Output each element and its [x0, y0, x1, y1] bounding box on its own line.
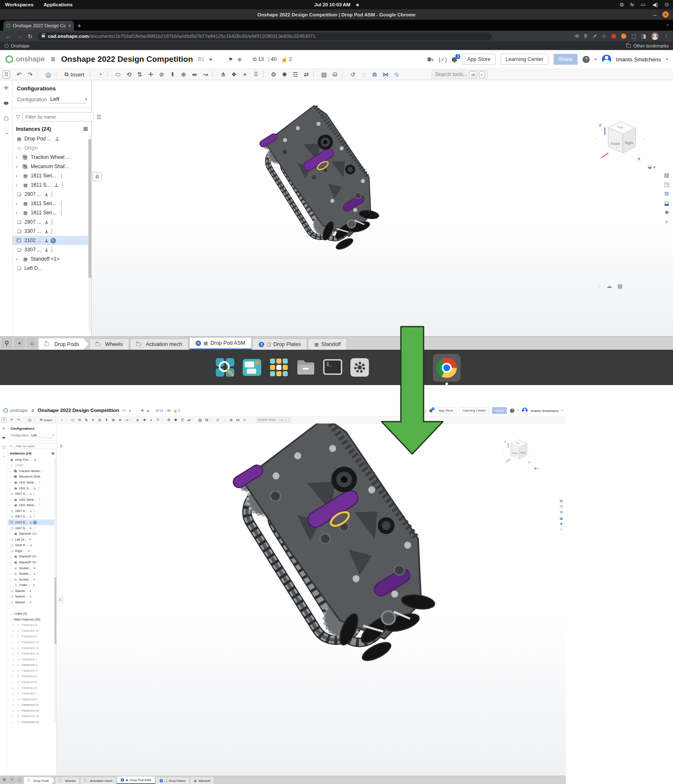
home-icon[interactable]: ⌂ [16, 776, 23, 783]
mate-feature-row[interactable]: › Fastened 6 [11, 685, 54, 691]
document-tab[interactable]: ⇅ ▦ Standoff [308, 338, 347, 350]
tab-close-icon[interactable]: ✕ [68, 24, 72, 28]
new-tab-button[interactable]: + [77, 22, 81, 29]
instance-row[interactable]: › Right ... Y [8, 548, 54, 554]
document-tab[interactable]: ⇅ ▦ Standoff [190, 777, 214, 784]
undo-icon[interactable]: ↶ [14, 71, 24, 78]
bookmark-onshape[interactable]: Onshape [11, 43, 29, 48]
help-caret-icon[interactable]: ▾ [517, 409, 519, 412]
add-tab-icon[interactable]: + [8, 776, 15, 783]
expand-chevron-icon[interactable]: › [16, 183, 20, 187]
expand-chevron-icon[interactable]: › [13, 629, 15, 632]
expand-chevron-icon[interactable]: › [10, 572, 12, 575]
instance-row[interactable]: › 1611 Serie... ┊ [8, 502, 54, 508]
hamburger-menu-icon[interactable]: ≡ [51, 55, 56, 64]
appearance-icon[interactable]: ❖ [560, 522, 563, 525]
versions-icon[interactable]: ⁞ [165, 409, 166, 412]
ball-mate-icon[interactable]: ⊕ [110, 418, 117, 422]
revolve-tool-icon[interactable]: ◌ [221, 418, 228, 422]
collapse-chevron-icon[interactable]: ⌄ [10, 612, 12, 615]
separator[interactable] [107, 71, 111, 78]
animate-icon[interactable]: ↺ [215, 418, 221, 422]
expand-chevron-icon[interactable]: › [13, 663, 15, 666]
link-icon[interactable]: ⚭ [129, 409, 132, 412]
revolute-mate-icon[interactable]: ⟲ [77, 418, 83, 422]
cloud-status-icon[interactable]: ☁ [607, 283, 612, 289]
share-button[interactable]: Share [554, 54, 578, 65]
sprocket-relation-icon[interactable]: ✺ [279, 71, 289, 78]
user-name[interactable]: Imants Smidchens [530, 409, 558, 412]
instance-row[interactable]: › Spacer... Y [8, 594, 54, 599]
expand-chevron-icon[interactable]: › [16, 201, 20, 206]
applications-menu[interactable]: Applications [39, 2, 78, 7]
filter-input[interactable] [22, 112, 94, 121]
snapshot-icon[interactable]: ◔ [95, 71, 105, 78]
other-bookmarks[interactable]: Other bookmarks [633, 43, 669, 48]
instance-row[interactable]: › Drop Pod ... ⊥ [8, 457, 54, 462]
cylindrical-mate-icon[interactable]: ⊘ [97, 418, 103, 422]
drop-pod-model[interactable] [247, 100, 386, 269]
document-tab[interactable]: ⇅ ▦ Drop Pod ASM [189, 337, 252, 350]
turntable-icon[interactable]: ◌ [598, 283, 601, 289]
bookmark-star-icon[interactable]: ☆ [602, 33, 607, 39]
mate-feature-row[interactable]: › Fastened 12 [11, 708, 54, 714]
instance-row[interactable]: › 2102 S... Y↻ [8, 520, 54, 525]
configuration-select[interactable]: Left▾ [50, 96, 87, 103]
instance-row[interactable]: › 2807 S... Y┊ [8, 491, 54, 497]
learning-center-button[interactable]: Learning Center [459, 407, 489, 414]
parallel-mate-icon[interactable]: ⇹ [189, 71, 199, 78]
mate-feature-row[interactable]: › Fastened 16 [11, 645, 54, 651]
pattern-icon[interactable]: ⠿ [155, 418, 161, 422]
separator[interactable] [66, 417, 69, 422]
expand-chevron-icon[interactable]: › [16, 164, 20, 169]
bom-icon[interactable]: ▤ [319, 71, 329, 78]
help-caret-icon[interactable]: ▾ [595, 57, 597, 61]
graphics-viewport[interactable]: ⬙ ▾ ▤◳⧉⬓❖⌗ ◌☁▦ [92, 80, 673, 336]
expand-chevron-icon[interactable]: › [10, 498, 12, 501]
secure-lock-icon[interactable] [42, 35, 45, 37]
expand-chevron-icon[interactable]: › [10, 532, 12, 535]
group-icon[interactable]: ❖ [141, 418, 148, 422]
named-views-icon[interactable]: ⌗ [560, 528, 562, 532]
expand-chevron-icon[interactable]: › [10, 475, 12, 478]
display-states-icon[interactable]: ⬡ [3, 115, 8, 122]
snapshot-icon[interactable]: ◔ [59, 418, 65, 422]
side-panel-icon[interactable]: ◨ [641, 33, 646, 39]
expand-chevron-icon[interactable]: › [16, 155, 20, 160]
document-tab[interactable]: ⇅ ▦ Drop Pod ASM [117, 776, 155, 784]
power-icon[interactable]: ⊙ [665, 2, 669, 8]
help-icon[interactable]: ? [510, 408, 514, 412]
expand-chevron-icon[interactable]: › [13, 641, 15, 644]
replicate-icon[interactable]: ⇄ [186, 418, 192, 422]
instance-row[interactable]: › 3307 ... Y┊ [13, 245, 88, 254]
likes-icon[interactable]: ☝ [281, 56, 288, 63]
document-tab[interactable]: ⇅ ❏ Drop Plates [156, 777, 189, 784]
planar-mate-icon[interactable]: ✛ [146, 71, 156, 78]
expand-chevron-icon[interactable]: › [10, 567, 12, 570]
redo-icon[interactable]: ↷ [25, 71, 35, 78]
filter-input[interactable] [14, 443, 58, 449]
filter-funnel-icon[interactable]: ▽ [10, 444, 12, 448]
separator[interactable] [263, 71, 266, 78]
measure-icon[interactable]: ⛁ [330, 71, 340, 78]
pin-slot-mate-icon[interactable]: ⇞ [103, 418, 110, 422]
clipboard-icon[interactable]: ⧉ [620, 2, 624, 8]
separator[interactable] [342, 71, 345, 78]
mate-feature-row[interactable]: › Fastened 13 [11, 713, 54, 719]
gear-relation-icon[interactable]: ⚙ [166, 418, 172, 422]
panel-scrollbar[interactable] [55, 458, 56, 722]
gear-relation-icon[interactable]: ⚙ [268, 71, 278, 78]
drag-parts-icon[interactable]: ⋒ [369, 71, 379, 78]
share-button[interactable]: Share [492, 407, 507, 414]
separator[interactable] [313, 71, 317, 78]
expand-chevron-icon[interactable]: › [13, 686, 15, 689]
mate-connector-add-icon[interactable]: ✛ [2, 426, 5, 430]
close-button[interactable]: ✕ [662, 11, 669, 18]
display-icon[interactable]: ▭ [641, 2, 645, 8]
instance-row[interactable]: › 1611 S... ⊥┊ [13, 180, 88, 190]
learning-center-button[interactable]: Learning Center [501, 54, 548, 65]
keyboard-layout-indicator[interactable]: lv [631, 2, 634, 8]
copies-icon[interactable]: ⧉ [156, 409, 159, 413]
instance-row[interactable]: › 3307 ... Y┊ [13, 227, 88, 236]
expand-chevron-icon[interactable]: › [10, 487, 12, 490]
